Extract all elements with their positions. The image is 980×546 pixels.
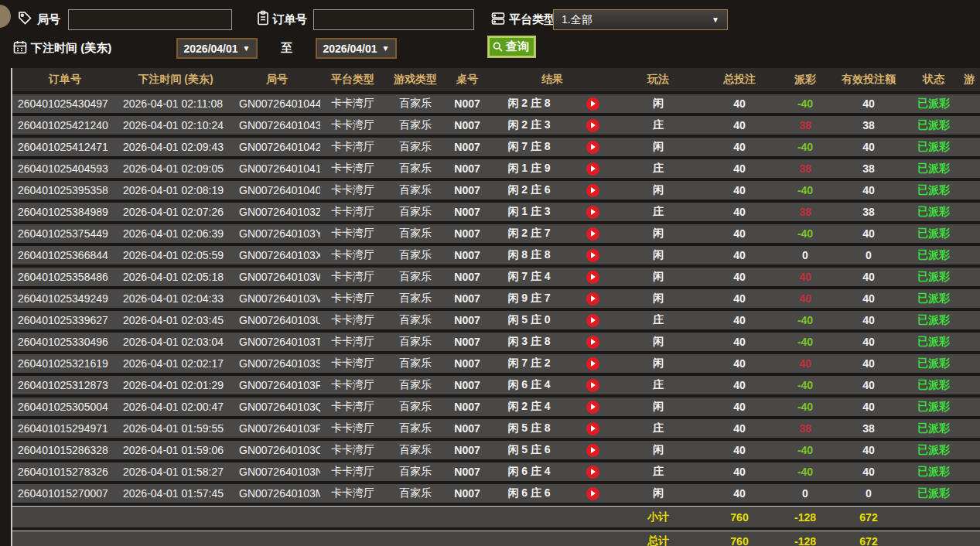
cell-payout: 0 (778, 249, 832, 261)
cell-valid-bet: 40 (832, 227, 905, 240)
cell-total-bet: 40 (701, 249, 778, 261)
cell-payout: 40 (778, 271, 832, 283)
cell-table-no: N007 (446, 444, 489, 456)
play-icon[interactable] (586, 444, 599, 457)
cell-valid-bet: 38 (832, 422, 905, 435)
cell-status: 已派彩 (905, 227, 962, 241)
cell-game-type: 百家乐 (385, 205, 446, 219)
search-button-label: 查询 (506, 39, 529, 54)
cell-play-type: 闲 (616, 357, 701, 370)
subtotal-row: 小计 760 -128 672 (12, 506, 980, 527)
cell-valid-bet: 40 (832, 97, 905, 110)
header-payout: 派彩 (778, 73, 832, 87)
play-icon[interactable] (586, 184, 599, 197)
cell-result: 闲 5 庄 8 (489, 421, 569, 435)
play-icon[interactable] (586, 162, 599, 176)
cell-replay (569, 97, 616, 111)
cell-bet-time: 2026-04-01 02:09:05 (118, 162, 234, 175)
cell-order-no: 260401025384989 (12, 206, 118, 218)
cell-game-type: 百家乐 (385, 357, 446, 370)
play-icon[interactable] (586, 466, 599, 479)
cell-order-no: 260401015294971 (12, 422, 118, 435)
play-icon[interactable] (586, 422, 599, 435)
cell-game-type: 百家乐 (385, 227, 446, 241)
cell-platform-type: 卡卡湾厅 (320, 270, 385, 284)
play-icon[interactable] (586, 379, 599, 392)
date-from-picker[interactable]: 2026/04/01 ▼ (176, 38, 258, 59)
cell-status: 已派彩 (905, 421, 962, 435)
cell-status: 已派彩 (905, 378, 962, 392)
cell-round-no: GN0072640103T (234, 336, 320, 348)
cell-status: 已派彩 (905, 183, 962, 197)
cell-play-type: 闲 (616, 97, 701, 111)
round-no-input[interactable] (68, 9, 232, 30)
cell-platform-type: 卡卡湾厅 (320, 378, 385, 392)
play-icon[interactable] (586, 292, 599, 305)
filter-bar: 局号 订单号 平台类型 1.全部 ▼ 下注时间 (美东) 2026/04/01 … (0, 0, 980, 68)
cell-table-no: N007 (446, 357, 489, 370)
cell-result: 闲 7 庄 4 (489, 270, 569, 284)
cell-status: 已派彩 (905, 443, 962, 457)
search-button[interactable]: 查询 (487, 36, 536, 58)
subtotal-total-bet: 760 (701, 511, 778, 524)
total-total-bet: 760 (701, 535, 778, 546)
cell-bet-time: 2026-04-01 02:10:24 (118, 119, 234, 131)
cell-round-no: GN00726401040 (234, 184, 320, 196)
cell-order-no: 260401025321619 (12, 357, 118, 370)
cell-replay (569, 162, 616, 176)
platform-type-label: 平台类型 (509, 12, 555, 27)
cell-payout: 38 (778, 206, 832, 218)
cell-total-bet: 40 (701, 357, 778, 370)
cell-payout: -40 (778, 466, 832, 478)
cell-round-no: GN0072640103P (234, 422, 320, 435)
play-icon[interactable] (586, 401, 599, 414)
play-icon[interactable] (586, 227, 599, 241)
cell-payout: -40 (778, 444, 832, 456)
cell-game-type: 百家乐 (385, 486, 446, 500)
cell-game-type: 百家乐 (385, 335, 446, 349)
play-icon[interactable] (586, 97, 599, 111)
cell-order-no: 260401025412471 (12, 141, 118, 153)
cell-payout: 40 (778, 292, 832, 305)
cell-round-no: GN0072640103Z (234, 206, 320, 218)
table-row: 260401025412471 2026-04-01 02:09:43 GN00… (12, 138, 980, 156)
platform-select[interactable]: 1.全部 ▼ (553, 9, 728, 30)
cell-bet-time: 2026-04-01 01:58:27 (118, 466, 234, 478)
play-icon[interactable] (586, 487, 599, 500)
cell-play-type: 闲 (616, 183, 701, 197)
cell-replay (569, 357, 616, 370)
cell-platform-type: 卡卡湾厅 (320, 183, 385, 197)
play-icon[interactable] (586, 336, 599, 349)
cell-game-type: 百家乐 (385, 97, 446, 111)
play-icon[interactable] (586, 249, 599, 262)
play-icon[interactable] (586, 206, 599, 219)
play-icon[interactable] (586, 119, 599, 132)
cell-result: 闲 5 庄 0 (489, 313, 569, 327)
header-bet-time: 下注时间 (美东) (118, 73, 234, 87)
cell-platform-type: 卡卡湾厅 (320, 248, 385, 262)
play-icon[interactable] (586, 141, 599, 154)
play-icon[interactable] (586, 314, 599, 327)
cell-round-no: GN0072640103W (234, 271, 320, 283)
cell-table-no: N007 (446, 97, 489, 110)
order-no-input[interactable] (313, 9, 474, 30)
cell-result: 闲 1 庄 3 (489, 205, 569, 219)
cell-game-type: 百家乐 (385, 270, 446, 284)
cell-order-no: 260401025375449 (12, 227, 118, 240)
table-header-row: 订单号 下注时间 (美东) 局号 平台类型 游戏类型 桌号 结果 玩法 总投注 … (12, 68, 980, 91)
play-icon[interactable] (586, 271, 599, 284)
cell-order-no: 260401015278326 (12, 466, 118, 478)
cell-status: 已派彩 (905, 97, 962, 111)
cell-round-no: GN0072640103V (234, 292, 320, 305)
cell-play-type: 闲 (616, 443, 701, 457)
date-to-picker[interactable]: 2026/04/01 ▼ (316, 38, 397, 59)
header-total-bet: 总投注 (701, 73, 778, 87)
cell-total-bet: 40 (701, 336, 778, 348)
edge-decoration (0, 5, 11, 28)
table-row: 260401025404593 2026-04-01 02:09:05 GN00… (12, 159, 980, 178)
play-icon[interactable] (586, 357, 599, 370)
table-row: 260401025330496 2026-04-01 02:03:04 GN00… (12, 333, 980, 351)
search-icon (491, 40, 504, 53)
cell-status: 已派彩 (905, 400, 962, 414)
cell-replay (569, 248, 616, 262)
